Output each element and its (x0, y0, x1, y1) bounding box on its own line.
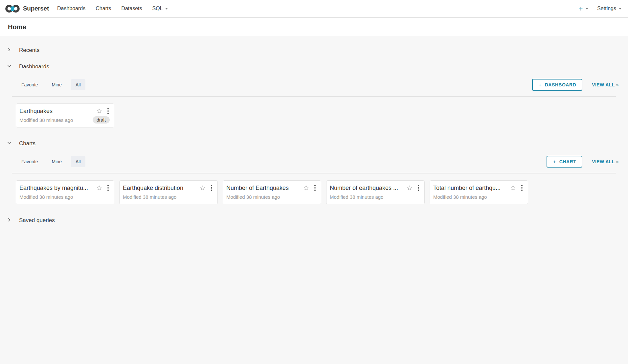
nav-dashboards-label: Dashboards (57, 6, 85, 11)
card-actions (510, 184, 524, 192)
dashboards-card-list: Earthquakes Modified 38 minutes ago draf… (0, 103, 628, 127)
charts-filter-tabs: Favorite Mine All (17, 156, 85, 167)
superset-brand[interactable]: Superset (5, 4, 49, 13)
tab-favorite[interactable]: Favorite (17, 156, 43, 167)
kebab-menu-icon[interactable] (313, 184, 317, 192)
tab-all[interactable]: All (71, 79, 85, 90)
section-charts-toggle[interactable]: Charts (0, 135, 628, 152)
chart-card-title[interactable]: Number of earthquakes ... (330, 185, 404, 192)
card-footer: Modified 38 minutes ago (433, 193, 524, 200)
plus-icon: + (579, 5, 583, 12)
charts-card-list: Earthquakes by magnitu... Modified 38 mi… (0, 180, 628, 204)
chart-card-title[interactable]: Total number of earthqu... (433, 185, 507, 192)
favorite-star-icon[interactable] (510, 185, 516, 191)
nav-sql-label: SQL (152, 6, 163, 11)
chart-card-title[interactable]: Number of Earthquakes (226, 185, 300, 192)
kebab-menu-icon[interactable] (106, 184, 110, 192)
settings-label: Settings (597, 6, 616, 11)
kebab-menu-icon[interactable] (210, 184, 213, 192)
chevron-down-icon (7, 64, 11, 70)
section-dashboards: Dashboards Favorite Mine All + DASHBOARD… (0, 58, 628, 127)
card-header: Number of earthquakes ... (330, 184, 420, 192)
recents-title: Recents (19, 47, 39, 54)
card-modified-text: Modified 38 minutes ago (433, 194, 524, 200)
dashboards-filter-tabs: Favorite Mine All (17, 79, 85, 90)
charts-view-all-link[interactable]: VIEW ALL » (592, 159, 619, 164)
superset-logo-icon (5, 4, 20, 13)
tab-favorite[interactable]: Favorite (17, 79, 43, 90)
nav-charts[interactable]: Charts (96, 6, 111, 11)
top-navbar: Superset Dashboards Charts Datasets SQL … (0, 0, 628, 18)
page-title-bar: Home (0, 18, 628, 36)
divider (12, 173, 616, 173)
favorite-star-icon[interactable] (96, 185, 102, 191)
status-badge: draft (93, 116, 110, 124)
nav-datasets-label: Datasets (121, 6, 142, 11)
primary-nav: Dashboards Charts Datasets SQL (57, 6, 168, 11)
nav-charts-label: Charts (96, 6, 111, 11)
tab-mine[interactable]: Mine (47, 156, 66, 167)
section-saved-queries-toggle[interactable]: Saved queries (0, 212, 628, 229)
home-content: Recents Dashboards Favorite Mine All + D… (0, 36, 628, 229)
dashboards-actions: + DASHBOARD VIEW ALL » (532, 79, 619, 91)
chevron-down-icon (7, 141, 11, 147)
card-actions (199, 184, 213, 192)
card-modified-text: Modified 38 minutes ago (226, 194, 317, 200)
chart-card[interactable]: Earthquakes by magnitu... Modified 38 mi… (16, 180, 114, 204)
charts-controls: Favorite Mine All + CHART VIEW ALL » (0, 156, 628, 168)
card-modified-text: Modified 38 minutes ago (19, 194, 110, 200)
chart-card[interactable]: Earthquake distribution Modified 38 minu… (119, 180, 218, 204)
card-actions (96, 107, 110, 115)
caret-down-icon (586, 8, 588, 10)
navbar-right: + Settings (579, 5, 621, 12)
settings-menu[interactable]: Settings (597, 6, 621, 11)
tab-mine[interactable]: Mine (47, 79, 66, 90)
chevron-right-icon (7, 47, 11, 53)
new-item-menu[interactable]: + (579, 5, 588, 12)
new-chart-button[interactable]: + CHART (547, 156, 582, 168)
kebab-menu-icon[interactable] (106, 107, 110, 115)
dashboard-card-title[interactable]: Earthquakes (19, 108, 93, 115)
new-dashboard-button[interactable]: + DASHBOARD (532, 79, 582, 91)
chart-card-title[interactable]: Earthquakes by magnitu... (19, 185, 93, 192)
card-footer: Modified 38 minutes ago (226, 193, 317, 200)
card-modified-text: Modified 38 minutes ago (19, 117, 93, 123)
chart-card[interactable]: Number of Earthquakes Modified 38 minute… (223, 180, 321, 204)
nav-dashboards[interactable]: Dashboards (57, 6, 85, 11)
card-actions (406, 184, 420, 192)
dashboard-card[interactable]: Earthquakes Modified 38 minutes ago draf… (16, 103, 114, 127)
favorite-star-icon[interactable] (96, 108, 102, 114)
card-footer: Modified 38 minutes ago (19, 193, 110, 200)
card-footer: Modified 38 minutes ago draft (19, 116, 110, 124)
dashboards-view-all-link[interactable]: VIEW ALL » (592, 82, 619, 87)
chart-card[interactable]: Number of earthquakes ... Modified 38 mi… (326, 180, 425, 204)
section-recents-toggle[interactable]: Recents (0, 42, 628, 58)
chart-card-title[interactable]: Earthquake distribution (123, 185, 197, 192)
kebab-menu-icon[interactable] (520, 184, 524, 192)
kebab-menu-icon[interactable] (417, 184, 420, 192)
nav-datasets[interactable]: Datasets (121, 6, 142, 11)
card-actions (303, 184, 317, 192)
section-dashboards-toggle[interactable]: Dashboards (0, 58, 628, 75)
card-header: Total number of earthqu... (433, 184, 524, 192)
favorite-star-icon[interactable] (199, 185, 206, 191)
plus-icon: + (538, 82, 542, 88)
chart-card[interactable]: Total number of earthqu... Modified 38 m… (430, 180, 528, 204)
card-header: Earthquakes (19, 107, 110, 115)
chevron-right-icon (7, 217, 11, 223)
favorite-star-icon[interactable] (406, 185, 413, 191)
card-header: Earthquake distribution (123, 184, 213, 192)
card-header: Earthquakes by magnitu... (19, 184, 110, 192)
new-chart-button-label: CHART (559, 159, 576, 164)
brand-name: Superset (23, 5, 49, 12)
tab-all[interactable]: All (71, 156, 85, 167)
favorite-star-icon[interactable] (303, 185, 309, 191)
nav-sql-menu[interactable]: SQL (152, 6, 168, 11)
card-footer: Modified 38 minutes ago (330, 193, 420, 200)
dashboards-controls: Favorite Mine All + DASHBOARD VIEW ALL » (0, 79, 628, 91)
divider (12, 96, 616, 97)
card-modified-text: Modified 38 minutes ago (330, 194, 420, 200)
card-header: Number of Earthquakes (226, 184, 317, 192)
dashboards-title: Dashboards (19, 63, 49, 70)
page-title: Home (8, 23, 26, 31)
